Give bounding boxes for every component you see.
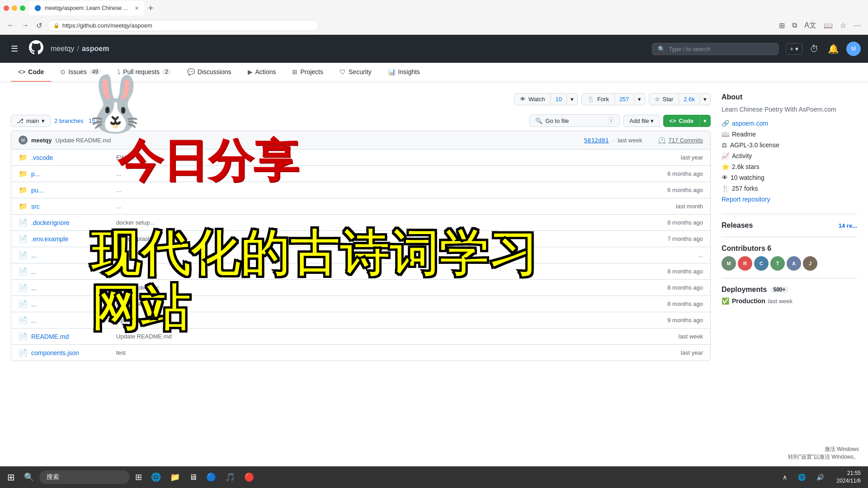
hamburger-menu[interactable]: ☰ (7, 40, 22, 57)
table-row[interactable]: 📁 p... ... 6 months ago (11, 166, 710, 182)
back-btn[interactable]: ← (5, 19, 16, 31)
taskbar-app2-btn[interactable]: 🎵 (222, 469, 239, 486)
tags-link[interactable]: 15 Tags (89, 117, 109, 124)
tab-close-btn[interactable]: ✕ (135, 5, 139, 11)
taskbar-clock[interactable]: 21:55 2024/11/6 (833, 469, 864, 485)
about-stat-forks[interactable]: 🍴 257 forks (722, 185, 857, 192)
owner-link[interactable]: meetqy (51, 45, 74, 53)
global-search[interactable]: 🔍 Type / to search (652, 43, 778, 55)
taskbar-search-btn[interactable]: 🔍 (20, 469, 38, 486)
nav-projects[interactable]: ⊞ Projects (285, 63, 330, 82)
table-row[interactable]: 📄 .env.example add unsplash 7 months ago (11, 231, 710, 247)
refresh-btn[interactable]: ↺ (34, 19, 44, 32)
taskbar-edge-btn[interactable]: 🌐 (147, 469, 165, 486)
user-avatar[interactable]: M (846, 42, 861, 56)
releases-view-all[interactable]: 14 re... (839, 222, 857, 229)
start-button[interactable]: ⊞ (4, 468, 19, 486)
contributor-avatar[interactable]: T (770, 256, 785, 271)
table-row[interactable]: 📄 ... move to dev doc 8 months ago (11, 280, 710, 296)
table-row[interactable]: 📄 components.json test last year (11, 345, 710, 361)
star-arrow[interactable]: ▾ (700, 93, 711, 105)
extensions-btn[interactable]: ⊞ (777, 19, 787, 32)
file-name[interactable]: ... (31, 300, 113, 308)
split-btn[interactable]: ⧉ (790, 19, 799, 31)
table-row[interactable]: 📄 ... ... ... (11, 247, 710, 263)
report-repo-link[interactable]: Report repository (722, 196, 857, 203)
star-btn[interactable]: ☆ Star (649, 93, 679, 105)
file-name[interactable]: ... (31, 268, 113, 275)
nav-security[interactable]: 🛡 Security (332, 63, 379, 82)
browser-tab[interactable]: 🔵 meetqy/aspoem: Learn Chinese ... ✕ (29, 1, 144, 15)
systray-chevron[interactable]: ∧ (779, 470, 791, 484)
table-row[interactable]: 📄 ... docker setup 8 months ago (11, 296, 710, 312)
table-row[interactable]: 📄 ... Update LICENSE 9 months ago (11, 312, 710, 328)
contributor-avatar[interactable]: M (722, 256, 736, 271)
contributor-avatar[interactable]: J (803, 256, 817, 271)
favorites-btn[interactable]: ☆ (838, 19, 848, 32)
file-name[interactable]: pu... (31, 187, 113, 194)
about-stat-license[interactable]: ⚖ AGPL-3.0 license (722, 141, 857, 149)
nav-discussions[interactable]: 💬 Discussions (180, 63, 239, 82)
notifications-btn[interactable]: 🔔 (826, 42, 841, 56)
file-name[interactable]: README.md (31, 333, 113, 340)
taskbar-chrome-btn[interactable]: 🔵 (203, 469, 220, 486)
about-stat-stars[interactable]: ⭐ 2.6k stars (722, 163, 857, 170)
file-name[interactable]: p... (31, 170, 113, 178)
commit-author[interactable]: meetqy (31, 137, 52, 144)
code-btn-arrow[interactable]: ▾ (699, 115, 711, 127)
about-stat-activity[interactable]: 📈 Activity (722, 152, 857, 160)
browser-close-btn[interactable] (4, 5, 9, 11)
issues-icon-btn[interactable]: ⏱ (808, 42, 821, 56)
table-row[interactable]: 📄 ... ... 8 months ago (11, 263, 710, 280)
file-name[interactable]: .env.example (31, 235, 113, 243)
about-stat-readme[interactable]: 📖 Readme (722, 131, 857, 138)
about-stat-watching[interactable]: 👁 10 watching (722, 174, 857, 181)
watch-btn[interactable]: 👁 Watch (514, 93, 551, 105)
browser-max-btn[interactable] (20, 5, 25, 11)
network-icon[interactable]: 🌐 (794, 470, 809, 484)
taskview-btn[interactable]: ⊞ (132, 469, 146, 486)
taskbar-search-box[interactable]: 搜索 (39, 470, 130, 484)
table-row[interactable]: 📁 .vscode EW: Te... last year (11, 150, 710, 166)
fork-arrow[interactable]: ▾ (634, 93, 645, 105)
file-name[interactable]: ... (31, 252, 113, 259)
watch-arrow[interactable]: ▾ (567, 93, 578, 105)
add-file-btn[interactable]: Add file ▾ (623, 115, 660, 127)
watch-count[interactable]: 10 (551, 93, 566, 105)
table-row[interactable]: 📁 src ... last month (11, 198, 710, 215)
browser-min-btn[interactable] (12, 5, 17, 11)
nav-prs[interactable]: ⤵ Pull requests 2 (110, 63, 178, 82)
file-name[interactable]: components.json (31, 349, 113, 357)
settings-btn[interactable]: ⋯ (852, 19, 863, 32)
nav-insights[interactable]: 📊 Insights (381, 63, 427, 82)
file-name[interactable]: .vscode (31, 154, 113, 161)
translate-btn[interactable]: A文 (802, 19, 818, 32)
table-row[interactable]: 📄 README.md Update README.md last week (11, 328, 710, 345)
new-tab-btn[interactable]: + (144, 3, 157, 14)
about-website-link[interactable]: 🔗 aspoem.com (722, 120, 857, 127)
address-bar[interactable]: 🔒 https://github.com/meetqy/aspoem (47, 20, 319, 31)
contributor-avatar[interactable]: A (787, 256, 801, 271)
contributor-avatar[interactable]: C (754, 256, 769, 271)
taskbar-app3-btn[interactable]: 🔴 (241, 469, 258, 486)
file-name[interactable]: ... (31, 317, 113, 324)
new-item-btn[interactable]: + ▾ (786, 43, 802, 55)
taskbar-explorer-btn[interactable]: 📁 (166, 469, 184, 486)
branches-link[interactable]: 2 branches (54, 117, 83, 124)
table-row[interactable]: 📄 .dockerignore docker setup... 8 months… (11, 215, 710, 231)
forward-btn[interactable]: → (20, 19, 31, 31)
repo-link[interactable]: aspoem (82, 45, 109, 53)
fork-count[interactable]: 257 (615, 93, 634, 105)
branch-selector[interactable]: ⎇ main ▾ (11, 115, 51, 127)
commit-hash[interactable]: 5812d01 (584, 137, 609, 144)
table-row[interactable]: 📁 pu... ... 6 months ago (11, 182, 710, 198)
volume-icon[interactable]: 🔊 (813, 470, 828, 484)
contributor-avatar[interactable]: R (738, 256, 752, 271)
nav-issues[interactable]: ⊙ Issues 49 (53, 63, 108, 82)
file-name[interactable]: src (31, 203, 113, 210)
commit-count-link[interactable]: 🕐 717 Commits (658, 137, 703, 144)
taskbar-app1-btn[interactable]: 🖥 (185, 469, 201, 486)
reader-btn[interactable]: 📖 (822, 19, 835, 32)
file-name[interactable]: .dockerignore (31, 219, 113, 226)
fork-btn[interactable]: 🍴 Fork (581, 93, 615, 105)
